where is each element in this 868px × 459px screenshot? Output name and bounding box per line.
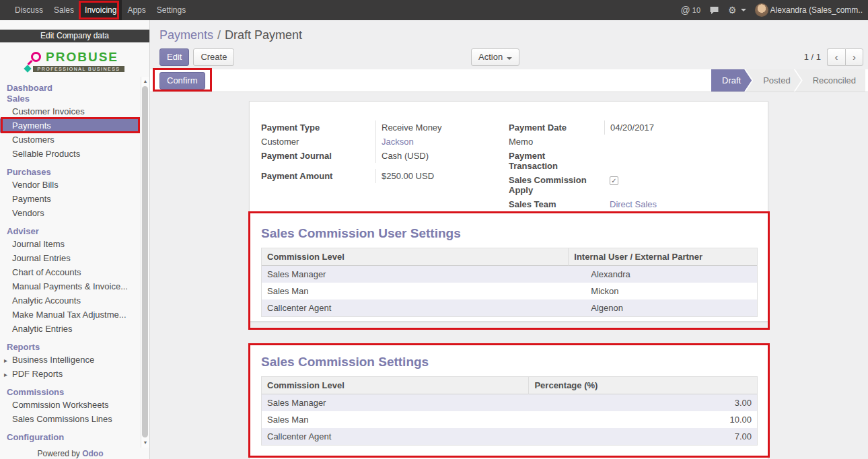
status-step-draft[interactable]: Draft: [711, 69, 752, 92]
create-button[interactable]: Create: [193, 48, 234, 66]
sidebar-item-journal-entries[interactable]: Journal Entries: [0, 251, 140, 265]
sidebar-item-analytic-entries[interactable]: Analytic Entries: [0, 322, 140, 336]
table-row[interactable]: Callcenter Agent7.00: [262, 428, 757, 445]
field-value-payment-transaction: [604, 149, 756, 159]
sidebar-section-dashboard[interactable]: Dashboard: [0, 83, 140, 94]
sidebar-item-analytic-accounts[interactable]: Analytic Accounts: [0, 293, 140, 308]
topbar-menu-settings[interactable]: Settings: [151, 0, 191, 20]
scroll-down-icon[interactable]: ▼: [141, 438, 149, 448]
table-cell: 3.00: [529, 394, 757, 411]
sidebar-item-label: Manual Payments & Invoice...: [12, 281, 128, 291]
edit-company-button[interactable]: Edit Company data: [0, 30, 149, 42]
breadcrumb-payments-link[interactable]: Payments: [159, 28, 213, 42]
sales-commission-apply-checkbox[interactable]: ✓: [610, 176, 618, 185]
commission-settings-table: Commission LevelPercentage (%)Sales Mana…: [261, 376, 758, 446]
sidebar-section-commissions[interactable]: Commissions: [0, 387, 140, 398]
sidebar-section-reports[interactable]: Reports: [0, 342, 140, 353]
sidebar-item-pdf-reports[interactable]: ▸PDF Reports: [0, 367, 140, 381]
sidebar-item-commission-worksheets[interactable]: Commission Worksheets: [0, 398, 140, 412]
topbar-menu-apps[interactable]: Apps: [122, 0, 151, 20]
sidebar-item-chart-of-accounts[interactable]: Chart of Accounts: [0, 265, 140, 279]
sidebar-item-label: Make Manual Tax Adjustme...: [12, 310, 126, 320]
logo-magnifier-icon: [31, 52, 41, 62]
sidebar-item-label: Analytic Accounts: [12, 295, 81, 306]
breadcrumb-separator: /: [217, 28, 221, 42]
action-dropdown[interactable]: Action: [471, 48, 519, 66]
table-header-row: Commission LevelInternal User / External…: [262, 248, 757, 266]
table-cell: Callcenter Agent: [262, 428, 529, 445]
user-settings-table: Commission LevelInternal User / External…: [261, 248, 758, 317]
logo-diamond-icon: [24, 65, 32, 72]
sidebar-item-payments[interactable]: Payments: [0, 192, 140, 206]
table-cell: 7.00: [529, 428, 757, 445]
sidebar-section-sales[interactable]: Sales: [0, 94, 140, 104]
sidebar-item-label: Vendors: [12, 208, 44, 218]
sidebar-item-make-manual-tax-adjustme[interactable]: Make Manual Tax Adjustme...: [0, 308, 140, 322]
topbar-menu-sales[interactable]: Sales: [48, 0, 79, 20]
sidebar-item-sellable-products[interactable]: Sellable Products: [0, 147, 140, 161]
sidebar-item-customer-invoices[interactable]: Customer Invoices: [0, 104, 140, 118]
field-sales-commission-apply: Sales Commission Apply✓: [509, 173, 756, 197]
status-step-posted[interactable]: Posted: [746, 69, 801, 92]
topbar-menu-discuss[interactable]: Discuss: [9, 0, 48, 20]
scroll-up-icon[interactable]: ▲: [141, 77, 149, 86]
pager-next-button[interactable]: ›: [845, 48, 863, 66]
table-row[interactable]: Sales Man10.00: [262, 411, 757, 428]
sidebar-item-manual-payments-invoice[interactable]: Manual Payments & Invoice...: [0, 279, 140, 293]
field-value-payment-journal: Cash (USD): [375, 149, 509, 163]
column-header-commission-level[interactable]: Commission Level: [262, 377, 529, 394]
user-settings-title: Sales Commission User Settings: [261, 226, 756, 241]
breadcrumb-current: Draft Payment: [225, 28, 302, 42]
sidebar-item-label: Customer Invoices: [12, 106, 85, 116]
field-payment-transaction: Payment Transaction: [509, 149, 756, 173]
scrollbar-thumb[interactable]: [142, 86, 148, 437]
field-value-payment-amount: $250.00 USD: [375, 169, 509, 183]
form-right-column: Payment Date04/20/2017MemoPayment Transa…: [509, 120, 756, 211]
sidebar-item-vendor-bills[interactable]: Vendor Bills: [0, 178, 140, 192]
field-value-sales-team[interactable]: Direct Sales: [604, 197, 756, 211]
user-menu[interactable]: Alexandra (Sales_comm..: [755, 3, 863, 17]
status-step-reconciled[interactable]: Reconciled: [795, 69, 865, 92]
field-label-sales-team: Sales Team: [509, 197, 604, 211]
messages-button[interactable]: [709, 6, 719, 15]
odoo-link[interactable]: Odoo: [82, 449, 103, 458]
sidebar-scrollbar[interactable]: ▲ ▼: [141, 77, 149, 448]
field-value-sales-commission-apply: ✓: [604, 173, 756, 187]
mention-counter[interactable]: @ 10: [681, 5, 700, 15]
sidebar-item-label: PDF Reports: [12, 369, 63, 379]
powered-by: Powered by Odoo: [0, 449, 141, 458]
sidebar-section-configuration[interactable]: Configuration: [0, 432, 140, 443]
field-payment-journal: Payment JournalCash (USD): [261, 149, 509, 163]
gear-icon: ⚙: [728, 5, 737, 15]
column-header-percentage[interactable]: Percentage (%): [529, 377, 757, 394]
confirm-button[interactable]: Confirm: [159, 72, 205, 90]
table-row[interactable]: Callcenter AgentAlgenon: [262, 299, 757, 316]
table-row[interactable]: Sales ManMickon: [262, 283, 757, 299]
pager-previous-button[interactable]: ‹: [827, 48, 845, 66]
field-memo: Memo: [509, 135, 756, 149]
column-header-internal-user-external-partner[interactable]: Internal User / External Partner: [569, 248, 757, 266]
table-row[interactable]: Sales Manager3.00: [262, 394, 757, 411]
column-header-commission-level[interactable]: Commission Level: [262, 248, 569, 266]
toolbar: Edit Create Action 1 / 1 ‹ ›: [150, 44, 868, 69]
field-payment-amount: Payment Amount$250.00 USD: [261, 169, 509, 183]
sidebar-item-business-intelligence[interactable]: ▸Business Intelligence: [0, 353, 140, 367]
sidebar-item-payments[interactable]: Payments: [0, 118, 140, 133]
sidebar-item-customers[interactable]: Customers: [0, 133, 140, 147]
sidebar-section-adviser[interactable]: Adviser: [0, 226, 140, 237]
sidebar-item-journal-items[interactable]: Journal Items: [0, 237, 140, 251]
commission-settings-title: Sales Commission Settings: [261, 355, 756, 369]
sidebar-item-sales-commissions-lines[interactable]: Sales Commissions Lines: [0, 412, 140, 426]
topbar-menu-invoicing[interactable]: Invoicing: [79, 0, 122, 20]
table-row[interactable]: Sales ManagerAlexandra: [262, 266, 757, 283]
expand-arrow-icon: ▸: [4, 367, 12, 381]
sidebar-section-purchases[interactable]: Purchases: [0, 167, 140, 178]
sidebar-item-vendors[interactable]: Vendors: [0, 206, 140, 220]
field-value-payment-date: 04/20/2017: [604, 120, 756, 135]
edit-button[interactable]: Edit: [159, 48, 189, 66]
field-value-customer[interactable]: Jackson: [375, 135, 509, 149]
activities-menu[interactable]: ⚙: [728, 5, 746, 15]
field-label-payment-type: Payment Type: [261, 120, 375, 135]
field-label-memo: Memo: [509, 135, 604, 149]
sidebar-item-label: Commission Worksheets: [12, 400, 109, 410]
